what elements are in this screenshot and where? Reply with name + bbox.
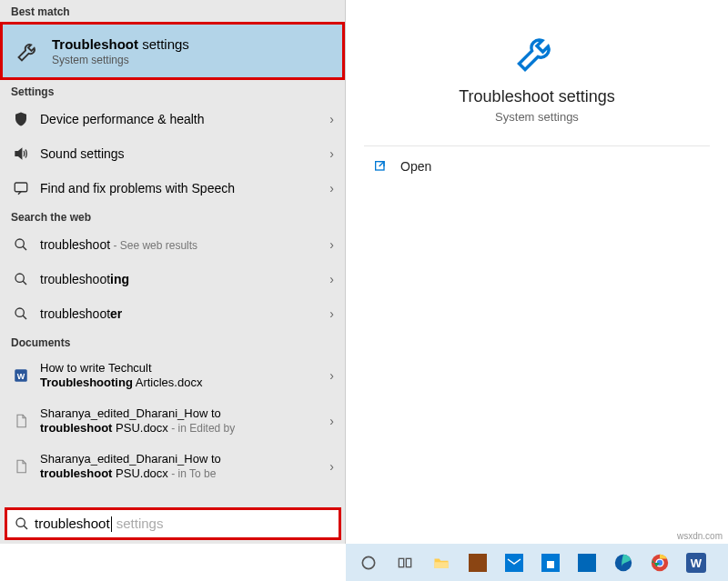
settings-result-speech[interactable]: Find and fix problems with Speech › — [0, 171, 345, 205]
watermark: wsxdn.com — [677, 531, 723, 541]
chevron-right-icon: › — [329, 237, 334, 252]
svg-rect-0 — [15, 183, 27, 192]
open-action[interactable]: Open — [346, 146, 728, 186]
result-label: Sharanya_edited_Dharani_How to troublesh… — [40, 406, 324, 435]
wrench-icon — [512, 27, 561, 76]
result-label: Sound settings — [40, 146, 324, 162]
document-result[interactable]: Sharanya_edited_Dharani_How to troublesh… — [0, 398, 345, 444]
result-label: Device performance & health — [40, 112, 324, 127]
best-match-title-rest: settings — [138, 36, 189, 52]
svg-text:W: W — [17, 372, 25, 381]
preview-title: Troubleshoot settings — [346, 87, 728, 106]
cortana-icon[interactable] — [353, 547, 384, 578]
svg-point-1 — [15, 239, 24, 247]
search-text: troubleshoot settings — [35, 516, 163, 533]
svg-point-3 — [15, 274, 24, 282]
result-label: How to write Techcult Troubleshooting Ar… — [40, 361, 324, 389]
result-label: troubleshoot - See web results — [40, 237, 324, 253]
result-label: Sharanya_edited_Dharani_How to troublesh… — [40, 452, 324, 480]
app-icon[interactable] — [571, 547, 602, 578]
taskbar: W — [346, 544, 728, 581]
chevron-right-icon: › — [329, 306, 334, 321]
svg-rect-15 — [435, 562, 449, 568]
doc-icon — [11, 456, 31, 476]
web-result[interactable]: troubleshooting › — [0, 262, 345, 296]
search-input[interactable]: troubleshoot settings — [5, 507, 341, 540]
svg-point-12 — [362, 556, 374, 568]
result-label: troubleshooter — [40, 306, 324, 322]
speaker-icon — [11, 144, 31, 164]
chevron-right-icon: › — [329, 368, 334, 383]
settings-result-sound[interactable]: Sound settings › — [0, 136, 345, 171]
svg-rect-19 — [578, 554, 596, 572]
search-icon — [15, 516, 29, 531]
document-result[interactable]: Sharanya_edited_Dharani_How to troublesh… — [0, 444, 345, 489]
search-icon — [11, 304, 31, 324]
section-header-settings: Settings — [0, 80, 345, 102]
best-match-result[interactable]: Troubleshoot settings System settings — [0, 22, 345, 80]
search-icon — [11, 235, 31, 255]
chevron-right-icon: › — [329, 272, 334, 286]
wrench-icon — [14, 36, 43, 65]
edge-icon[interactable] — [608, 547, 639, 578]
word-icon[interactable]: W — [681, 547, 712, 578]
best-match-subtitle: System settings — [52, 54, 189, 66]
mail-icon[interactable] — [499, 547, 530, 578]
svg-line-10 — [24, 526, 27, 529]
svg-point-9 — [16, 518, 25, 526]
svg-rect-13 — [399, 558, 403, 566]
svg-line-4 — [23, 281, 26, 285]
result-label: Find and fix problems with Speech — [40, 181, 324, 196]
task-view-icon[interactable] — [389, 547, 420, 578]
chevron-right-icon: › — [329, 459, 334, 474]
chevron-right-icon: › — [329, 414, 334, 428]
search-icon — [11, 269, 31, 289]
result-label: troubleshooting — [40, 272, 324, 287]
svg-point-5 — [15, 308, 24, 316]
best-match-title-bold: Troubleshoot — [52, 36, 138, 52]
svg-rect-14 — [406, 558, 410, 566]
web-result[interactable]: troubleshoot - See web results › — [0, 227, 345, 262]
section-header-best-match: Best match — [0, 0, 345, 22]
chevron-right-icon: › — [329, 146, 334, 161]
doc-icon — [11, 411, 31, 431]
web-result[interactable]: troubleshooter › — [0, 296, 345, 331]
chevron-right-icon: › — [329, 112, 334, 126]
store-icon[interactable] — [535, 547, 566, 578]
chevron-right-icon: › — [329, 181, 334, 195]
svg-text:W: W — [691, 556, 703, 570]
settings-result-device-performance[interactable]: Device performance & health › — [0, 102, 345, 136]
preview-panel: Troubleshoot settings System settings Op… — [346, 0, 728, 544]
search-results-panel: Best match Troubleshoot settings System … — [0, 0, 346, 544]
chat-icon — [11, 178, 31, 198]
shield-icon — [11, 109, 31, 129]
app-icon[interactable] — [462, 547, 493, 578]
open-label: Open — [400, 159, 431, 174]
svg-line-6 — [23, 316, 26, 319]
svg-rect-17 — [505, 554, 523, 572]
file-explorer-icon[interactable] — [426, 547, 457, 578]
section-header-web: Search the web — [0, 205, 345, 227]
document-result[interactable]: W How to write Techcult Troubleshooting … — [0, 353, 345, 398]
svg-rect-16 — [469, 554, 487, 572]
word-doc-icon: W — [11, 366, 31, 386]
section-header-documents: Documents — [0, 331, 345, 353]
best-match-text: Troubleshoot settings System settings — [52, 36, 189, 66]
open-icon — [373, 159, 388, 174]
chrome-icon[interactable] — [644, 547, 675, 578]
preview-subtitle: System settings — [346, 110, 728, 124]
svg-line-2 — [23, 246, 26, 250]
